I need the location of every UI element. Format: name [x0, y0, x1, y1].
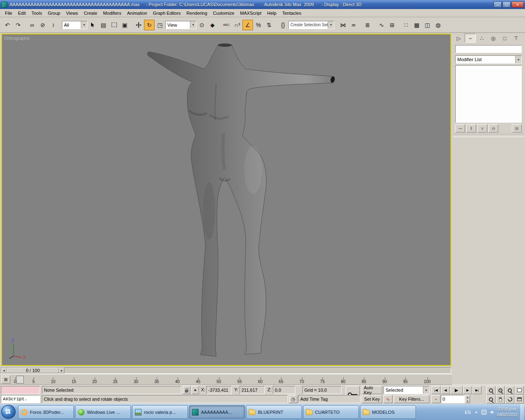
tab-motion[interactable]: ◎ — [488, 34, 499, 43]
tab-hierarchy[interactable]: ∴ — [476, 34, 487, 43]
unlink-selection-button[interactable]: ⊘ — [37, 20, 48, 30]
percent-snap-toggle[interactable]: % — [253, 20, 264, 30]
layer-manager-button[interactable]: ≣ — [362, 20, 373, 30]
minimize-button[interactable]: – — [493, 1, 502, 8]
tab-display[interactable]: □ — [499, 34, 510, 43]
rectangular-selection-region-button[interactable] — [109, 20, 119, 30]
menu-item[interactable]: Group — [45, 10, 63, 16]
viewport[interactable]: Orthographic Z X — [1, 34, 451, 366]
zoom-extents-all-button[interactable] — [515, 386, 524, 395]
taskbar-button[interactable]: MODELOS — [360, 405, 416, 419]
reference-coordinate-dropdown[interactable]: View ▼ — [165, 21, 196, 29]
select-and-rotate-button[interactable]: ↻ — [144, 20, 155, 30]
select-and-move-button[interactable] — [133, 20, 144, 30]
current-frame-field[interactable]: 0 — [441, 395, 465, 403]
time-slider-left-arrow[interactable]: ◄ — [1, 368, 7, 373]
maximize-button[interactable]: □ — [502, 1, 511, 8]
volume-icon[interactable]: ◀) — [489, 410, 494, 415]
previous-frame-button[interactable]: ◀ — [441, 386, 450, 394]
x-coordinate-field[interactable]: -3733,411 — [206, 386, 232, 394]
menu-item[interactable]: Edit — [15, 10, 29, 16]
language-indicator[interactable]: ES — [465, 410, 471, 415]
menu-item[interactable]: Modifiers — [100, 10, 124, 16]
play-button[interactable]: ▶ — [450, 386, 463, 394]
menu-item[interactable]: Views — [63, 10, 81, 16]
tray-clock[interactable]: 03:58 p.m. 04/02/2012 — [497, 406, 518, 418]
window-crossing-toggle[interactable]: ▣ — [119, 20, 130, 30]
set-key-button[interactable]: Set Key — [362, 395, 382, 403]
go-to-start-button[interactable]: |◀ — [431, 386, 441, 394]
menu-item[interactable]: MAXScript — [237, 10, 264, 16]
object-name-field[interactable] — [455, 45, 522, 53]
taskbar-button[interactable]: CUARTETO — [303, 405, 359, 419]
time-slider-handle[interactable]: 0 / 100 — [7, 368, 59, 373]
angle-snap-toggle[interactable]: ∠ — [242, 20, 253, 30]
zoom-button[interactable] — [486, 386, 495, 395]
snap-toggle-3d[interactable]: ∩³ — [232, 20, 242, 30]
open-mini-curve-editor-button[interactable]: ⊞ — [1, 376, 10, 383]
menu-item[interactable]: Customize — [210, 10, 237, 16]
menu-item[interactable]: Help — [264, 10, 279, 16]
edit-named-selection-sets-button[interactable]: {} — [278, 20, 288, 30]
select-by-name-button[interactable]: ▤ — [98, 20, 109, 30]
time-slider-right-arrow[interactable]: ► — [59, 368, 64, 373]
tab-create[interactable]: ▷ — [453, 34, 464, 43]
arc-rotate-button[interactable] — [505, 395, 514, 404]
viewport-label[interactable]: Orthographic — [4, 36, 30, 41]
spinner-snap-toggle[interactable]: ⇅ — [264, 20, 274, 30]
track-bar[interactable]: ⊞ 05101520253035404550556065707580859095… — [0, 374, 452, 385]
key-filters-button[interactable]: Key Filters... — [394, 395, 429, 403]
undo-icon[interactable]: ↶ — [2, 20, 13, 30]
default-in-out-tangents-button[interactable]: ∿ — [383, 395, 393, 403]
zoom-region-button[interactable] — [486, 395, 495, 404]
modifier-stack-list[interactable] — [455, 65, 522, 123]
select-and-manipulate-button[interactable]: ◆ — [207, 20, 218, 30]
select-object-button[interactable] — [87, 20, 98, 30]
zoom-extents-button[interactable] — [505, 386, 514, 395]
y-coordinate-field[interactable]: 211,617 — [240, 386, 265, 394]
schematic-view-button[interactable]: ⊞ — [387, 20, 397, 30]
chevron-down-icon[interactable]: ▼ — [190, 21, 196, 29]
taskbar-button[interactable]: AAAAAAAAA... — [189, 405, 245, 419]
next-frame-button[interactable]: ▶ — [463, 386, 472, 394]
curve-editor-button[interactable]: ∿ — [376, 20, 387, 30]
keyboard-shortcut-override-toggle[interactable]: ABC — [221, 20, 232, 30]
selection-lock-toggle[interactable] — [183, 386, 190, 394]
taskbar-button[interactable]: rocio valeria p... — [132, 405, 188, 419]
tab-utilities[interactable]: ⊤ — [511, 34, 522, 43]
track-bar-ruler[interactable]: 0510152025303540455055606570758085909510… — [14, 374, 431, 385]
redo-icon[interactable]: ↷ — [13, 20, 23, 30]
tab-modify[interactable]: ⌣ — [465, 34, 476, 43]
window-titlebar[interactable]: AAAAAAAAAAAAAAAAAAAAAAAAAAAAAAAAAAAAAAAA… — [0, 0, 525, 9]
taskbar-button[interactable]: Foros 3DPoder... — [18, 405, 74, 419]
use-pivot-center-button[interactable]: ⊙ — [196, 20, 207, 30]
go-to-end-button[interactable]: ▶| — [472, 386, 482, 394]
taskbar-button[interactable]: Windows Live ... — [75, 405, 131, 419]
rendered-frame-window-button[interactable]: ◫ — [422, 20, 433, 30]
zoom-all-button[interactable] — [496, 386, 505, 395]
model-body[interactable] — [2, 34, 450, 365]
align-button[interactable]: ≍ — [348, 20, 359, 30]
remove-modifier-button[interactable]: ⊖ — [488, 124, 498, 132]
menu-item[interactable]: File — [2, 10, 15, 16]
bind-to-space-warp-button[interactable]: ≀ — [48, 20, 59, 30]
macro-recorder-field[interactable] — [1, 386, 40, 394]
add-time-tag-field[interactable]: Add Time Tag — [298, 395, 361, 403]
chevron-down-icon[interactable]: ▼ — [328, 21, 334, 29]
z-coordinate-field[interactable]: 0,0 — [273, 386, 295, 394]
modifier-list-dropdown[interactable]: Modifier List ▼ — [455, 55, 522, 64]
show-desktop-button[interactable] — [520, 404, 524, 420]
key-filter-dropdown[interactable]: Selected ▼ — [383, 386, 429, 394]
chevron-down-icon[interactable]: ▼ — [81, 21, 87, 29]
show-end-result-button[interactable]: ‖ — [466, 124, 476, 132]
key-mode-toggle[interactable]: ∘ — [431, 395, 441, 403]
maxscript-listener-field[interactable]: AXScript. — [1, 395, 40, 403]
chevron-down-icon[interactable]: ▼ — [423, 386, 429, 394]
select-and-link-button[interactable]: ∞ — [27, 20, 37, 30]
network-icon[interactable] — [482, 410, 486, 415]
configure-modifier-sets-button[interactable]: ⊞ — [512, 124, 522, 132]
pan-button[interactable] — [496, 395, 505, 404]
absolute-mode-toggle[interactable]: + — [192, 386, 199, 394]
select-and-scale-button[interactable]: ◳ — [155, 20, 165, 30]
auto-key-button[interactable]: Auto Key — [362, 386, 382, 394]
